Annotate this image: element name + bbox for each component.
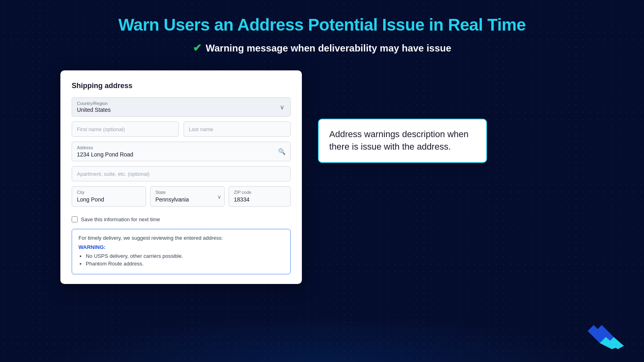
brand-logo — [588, 325, 624, 349]
state-field: State ∨ — [150, 186, 225, 207]
zip-field: ZIP code — [229, 186, 291, 207]
shipping-form-card: Shipping address Country/Region United S… — [60, 70, 302, 284]
form-card-title: Shipping address — [72, 82, 291, 90]
right-panel: Address warnings description when there … — [318, 70, 584, 163]
country-value: United States — [77, 107, 285, 113]
city-label: City — [77, 190, 141, 195]
state-label: State — [155, 190, 213, 195]
apartment-field — [72, 166, 291, 181]
country-region-field: Country/Region United States ∨ — [72, 97, 291, 117]
zip-label: ZIP code — [234, 190, 285, 195]
save-info-label[interactable]: Save this information for next time — [81, 216, 160, 222]
save-info-checkbox[interactable] — [72, 216, 78, 222]
last-name-input[interactable] — [184, 121, 291, 137]
warning-list-item: Phantom Route address. — [86, 261, 284, 267]
page-subtitle: ✔ Warning message when deliverability ma… — [193, 42, 451, 54]
city-input[interactable] — [77, 196, 141, 203]
logo-area — [588, 325, 624, 351]
subtitle-text: Warning message when deliverability may … — [206, 43, 451, 54]
address-field-wrapper: Address 🔍 — [72, 142, 291, 161]
apartment-input[interactable] — [72, 166, 291, 181]
address-input[interactable] — [77, 151, 276, 158]
city-field: City — [72, 186, 146, 207]
country-dropdown[interactable]: Country/Region United States ∨ — [72, 97, 291, 117]
description-text: Address warnings description when there … — [329, 128, 476, 153]
first-name-input[interactable] — [72, 121, 179, 137]
warning-list: No USPS delivery, other carriers possibl… — [78, 253, 284, 267]
last-name-field — [184, 121, 291, 137]
warning-box: For timely delivery, we suggest reviewin… — [72, 229, 291, 274]
address-label: Address — [77, 145, 276, 150]
state-input[interactable] — [155, 196, 213, 203]
zip-input[interactable] — [234, 196, 285, 203]
warning-list-item: No USPS delivery, other carriers possibl… — [86, 253, 284, 259]
page-title: Warn Users an Address Potential Issue in… — [118, 15, 526, 35]
warning-intro: For timely delivery, we suggest reviewin… — [78, 235, 284, 241]
chevron-down-icon: ∨ — [280, 103, 285, 111]
warning-label: WARNING: — [78, 244, 284, 250]
country-label: Country/Region — [77, 101, 285, 106]
first-name-field — [72, 121, 179, 137]
checkmark-icon: ✔ — [193, 42, 202, 54]
search-icon: 🔍 — [278, 148, 286, 155]
state-chevron-icon: ∨ — [217, 193, 221, 200]
description-box: Address warnings description when there … — [318, 119, 487, 163]
save-info-row: Save this information for next time — [72, 216, 291, 222]
